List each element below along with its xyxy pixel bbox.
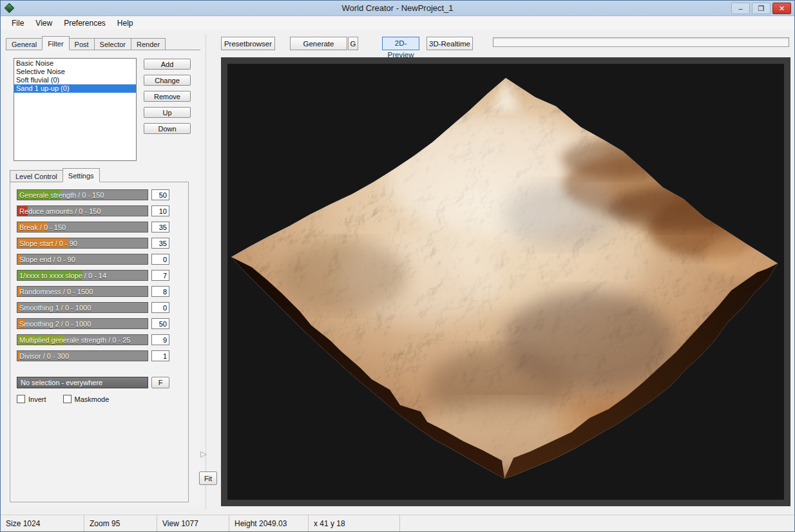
slider-row-multiplied-generale-strength-0-25: Multiplied generale strength / 0 - 259 (17, 334, 169, 345)
slider-track[interactable]: Randomness / 0 - 1500 (17, 286, 148, 297)
slider-value-input[interactable]: 7 (151, 270, 169, 281)
slider-value-input[interactable]: 10 (151, 205, 169, 216)
checkbox-box[interactable] (17, 395, 25, 403)
selection-row: No selection - everywhere F (17, 377, 169, 388)
slider-row-smoothing-2-0-1000: Smoothing 2 / 0 - 100050 (17, 318, 169, 329)
status-size: Size 1024 (1, 515, 84, 531)
minimize-icon: – (738, 5, 742, 12)
tab-post[interactable]: Post (69, 38, 95, 50)
slider-label: Divisor / 0 - 300 (19, 352, 69, 360)
terrain-render (227, 64, 784, 500)
terrain-viewport[interactable] (227, 64, 784, 500)
slider-value-input[interactable]: 8 (151, 286, 169, 297)
filter-selection-button[interactable]: F (151, 377, 169, 388)
slider-value-input[interactable]: 50 (151, 189, 169, 200)
slider-row-generale-strength-0-150: Generale strength / 0 - 15050 (17, 189, 169, 200)
slider-value-input[interactable]: 1 (151, 350, 169, 361)
up-button[interactable]: Up (144, 107, 191, 118)
remove-button[interactable]: Remove (144, 91, 191, 102)
checkbox-label: Invert (28, 395, 46, 403)
menu-item-preferences[interactable]: Preferences (58, 17, 111, 29)
list-item-sand-1-up-up-0[interactable]: Sand 1 up-up (0) (14, 84, 136, 93)
checkbox-maskmode[interactable]: Maskmode (63, 395, 110, 403)
slider-row-slope-end-0-90: Slope end / 0 - 900 (17, 254, 169, 265)
tab-general[interactable]: General (6, 38, 43, 50)
status-view: View 1077 (157, 515, 229, 531)
slider-track[interactable]: Divisor / 0 - 300 (17, 350, 148, 361)
selection-dropdown[interactable]: No selection - everywhere (17, 377, 148, 388)
generate-button[interactable]: Generate (290, 37, 347, 50)
tab-render[interactable]: Render (131, 38, 166, 50)
2d-preview-button[interactable]: 2D-Preview (382, 37, 419, 50)
down-button[interactable]: Down (144, 123, 191, 134)
slider-track[interactable]: Smoothing 1 / 0 - 1000 (17, 302, 148, 313)
list-item-basic-noise[interactable]: Basic Noise (14, 59, 136, 68)
minimize-button[interactable]: – (731, 3, 750, 14)
slider-label: Smoothing 1 / 0 - 1000 (19, 304, 91, 312)
g-button[interactable]: G (348, 37, 358, 50)
titlebar[interactable]: World Creator - NewProject_1 – ❐ ✕ (1, 1, 794, 16)
slider-value-input[interactable]: 0 (151, 254, 169, 265)
menu-bar: FileViewPreferencesHelp (1, 17, 794, 30)
slider-value-input[interactable]: 0 (151, 302, 169, 313)
fit-button[interactable]: Fit (199, 471, 217, 485)
presetbrowser-button[interactable]: Presetbrowser (221, 37, 275, 50)
slider-track[interactable]: Reduce amounts / 0 - 150 (17, 205, 148, 216)
3d-realtime-button[interactable]: 3D-Realtime (426, 37, 473, 50)
sub-tab-bar: Level ControlSettings (10, 168, 99, 182)
tab-filter[interactable]: Filter (42, 36, 69, 50)
preview-canvas-frame (221, 57, 790, 506)
maximize-icon: ❐ (758, 5, 765, 13)
slider-row-1-xxxx-to-xxxx-slope-0-14: 1/xxxx to xxxx slope / 0 - 147 (17, 270, 169, 281)
app-window: World Creator - NewProject_1 – ❐ ✕ FileV… (0, 0, 795, 532)
splitter-collapse-arrow[interactable]: ▷ (200, 449, 207, 459)
slider-label: Generale strength / 0 - 150 (19, 191, 104, 199)
filter-listbox[interactable]: Basic NoiseSelective NoiseSoft fluvial (… (14, 58, 137, 161)
slider-row-slope-start-0-90: Slope start / 0 - 9035 (17, 238, 169, 249)
slider-label: Reduce amounts / 0 - 150 (19, 207, 101, 215)
slider-track[interactable]: Generale strength / 0 - 150 (17, 189, 148, 200)
slider-row-reduce-amounts-0-150: Reduce amounts / 0 - 15010 (17, 205, 169, 216)
filter-tab-page: Basic NoiseSelective NoiseSoft fluvial (… (6, 50, 200, 506)
slider-value-input[interactable]: 50 (151, 318, 169, 329)
change-button[interactable]: Change (144, 75, 191, 86)
maximize-button[interactable]: ❐ (752, 3, 771, 14)
progress-bar (493, 37, 789, 47)
status-zoom: Zoom 95 (84, 515, 157, 531)
checkbox-invert[interactable]: Invert (17, 395, 46, 403)
slider-row-smoothing-1-0-1000: Smoothing 1 / 0 - 10000 (17, 302, 169, 313)
list-item-selective-noise[interactable]: Selective Noise (14, 68, 136, 76)
slider-track[interactable]: Slope end / 0 - 90 (17, 254, 148, 265)
subtab-level-control[interactable]: Level Control (10, 170, 63, 182)
tab-selector[interactable]: Selector (94, 38, 131, 50)
menu-item-view[interactable]: View (30, 17, 58, 29)
toolbar: PresetbrowserGenerateG2D-Preview3D-Realt… (221, 37, 789, 50)
status-bar-filler (400, 515, 794, 531)
slider-track[interactable]: Smoothing 2 / 0 - 1000 (17, 318, 148, 329)
menu-item-help[interactable]: Help (111, 17, 139, 29)
filter-list-buttons: AddChangeRemoveUpDown (144, 59, 191, 134)
menu-item-file[interactable]: File (6, 17, 30, 29)
status-height: Height 2049.03 (229, 515, 309, 531)
add-button[interactable]: Add (144, 59, 191, 70)
slider-value-input[interactable]: 35 (151, 238, 169, 249)
settings-group: Generale strength / 0 - 15050Reduce amou… (10, 182, 189, 502)
slider-track[interactable]: Slope start / 0 - 90 (17, 238, 148, 249)
slider-row-randomness-0-1500: Randomness / 0 - 15008 (17, 286, 169, 297)
list-item-soft-fluvial-0[interactable]: Soft fluvial (0) (14, 76, 136, 84)
panel-splitter[interactable] (206, 34, 206, 509)
slider-label: Slope end / 0 - 90 (19, 256, 75, 263)
subtab-settings[interactable]: Settings (62, 168, 100, 182)
checkbox-row: InvertMaskmode (17, 395, 126, 403)
close-button[interactable]: ✕ (772, 3, 791, 14)
slider-value-input[interactable]: 9 (151, 334, 169, 345)
slider-label: Break / 0 - 150 (19, 223, 66, 231)
slider-value-input[interactable]: 35 (151, 222, 169, 233)
slider-label: Multiplied generale strength / 0 - 25 (19, 336, 130, 344)
slider-track[interactable]: Break / 0 - 150 (17, 222, 148, 233)
close-icon: ✕ (779, 5, 785, 13)
checkbox-box[interactable] (63, 395, 72, 403)
slider-label: Randomness / 0 - 1500 (19, 288, 93, 296)
slider-track[interactable]: Multiplied generale strength / 0 - 25 (17, 334, 148, 345)
slider-track[interactable]: 1/xxxx to xxxx slope / 0 - 14 (17, 270, 148, 281)
